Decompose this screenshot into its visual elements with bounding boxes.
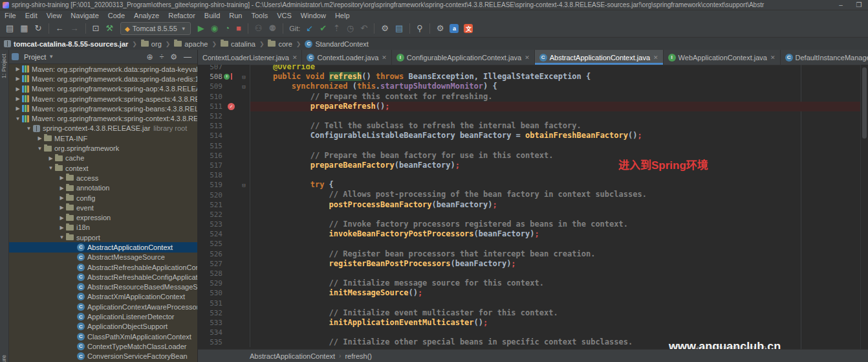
tree-item[interactable]: ▼context [9, 163, 197, 173]
breadcrumb-item[interactable]: apache [174, 40, 208, 48]
scrollbar-thumb[interactable] [862, 67, 867, 139]
breadcrumb-item[interactable]: tomcat-catalina-8.5.55-sources.jar [4, 40, 128, 48]
overrides-icon[interactable]: ↑ [222, 72, 239, 82]
tree-item[interactable]: ▼org.springframework [9, 143, 197, 153]
minimize-button[interactable]: – [832, 1, 850, 8]
editor-tab[interactable]: CDefaultInstanceManager.java✕ [781, 50, 868, 65]
line-number[interactable]: 520 [198, 191, 222, 199]
chevron-expanded-icon[interactable]: ▼ [25, 126, 33, 131]
line-number[interactable]: 526 [198, 250, 222, 258]
toolwindow-project-button[interactable]: 1: Project [1, 54, 7, 78]
code-line[interactable]: 528 [198, 269, 868, 278]
editor-scrollbar[interactable] [860, 65, 868, 350]
code-line[interactable]: 526 // Register bean processors that int… [198, 249, 868, 259]
save-icon[interactable]: ▦ [17, 23, 31, 34]
tree-item[interactable]: CAbstractRefreshableApplicationContext [9, 262, 197, 272]
code-line[interactable]: 513 // Tell the subclass to refresh the … [198, 121, 868, 131]
tree-item[interactable]: CAbstractMessageSource [9, 253, 197, 262]
breadcrumb-item[interactable]: AbstractApplicationContext [250, 352, 335, 360]
line-number[interactable]: 518 [198, 171, 222, 179]
tree-item[interactable]: ▶i18n [9, 223, 197, 232]
line-number[interactable]: 507 [198, 65, 222, 71]
tree-item[interactable]: ▶Maven: org.springframework:spring-aspec… [9, 94, 197, 104]
menu-item-tools[interactable]: Tools [246, 12, 272, 19]
tree-item[interactable]: CClassPathXmlApplicationContext [9, 332, 197, 341]
tree-item[interactable]: CAbstractXmlApplicationContext [9, 292, 197, 302]
code-line[interactable]: 523 // Invoke factory processors registe… [198, 220, 868, 229]
menu-item-help[interactable]: Help [331, 12, 354, 19]
breadcrumb-item[interactable]: CStandardContext [305, 40, 369, 48]
open-folder-icon[interactable]: ▤ [3, 23, 17, 34]
code-line[interactable]: 534 [198, 328, 868, 337]
editor-tab[interactable]: IConfigurableApplicationContext.java✕ [392, 50, 535, 65]
chevron-down-icon[interactable]: ▼ [49, 54, 54, 60]
back-icon[interactable]: ← [52, 23, 67, 34]
chevron-collapsed-icon[interactable]: ▶ [58, 175, 66, 181]
tree-item[interactable]: ▶annotation [9, 183, 197, 193]
code-line[interactable]: 530 initMessageSource(); [198, 288, 868, 298]
chevron-collapsed-icon[interactable]: ▶ [14, 76, 22, 82]
code-line[interactable]: 520 // Allows post-processing of the bea… [198, 190, 868, 199]
collapse-all-icon[interactable]: ÷ [157, 52, 168, 62]
tree-item[interactable]: ▶META-INF [9, 133, 197, 143]
run-window-icon[interactable]: ⊡ [89, 23, 103, 34]
coverage-icon[interactable]: ◔ [221, 23, 233, 34]
chevron-expanded-icon[interactable]: ▼ [58, 234, 66, 240]
close-tab-icon[interactable]: ✕ [382, 54, 387, 61]
fold-marker-icon[interactable]: ⊟ [239, 84, 248, 90]
code-line[interactable]: 525 [198, 239, 868, 249]
close-tab-icon[interactable]: ✕ [525, 54, 530, 61]
menu-item-view[interactable]: View [42, 12, 67, 19]
editor-tab[interactable]: ContextLoaderListener.java✕ [198, 50, 302, 65]
tree-item[interactable]: CConversionServiceFactoryBean [9, 352, 197, 361]
chevron-expanded-icon[interactable]: ▼ [14, 116, 22, 122]
settings-sync-icon[interactable]: ⚙ [433, 23, 448, 34]
tree-item[interactable]: CApplicationObjectSupport [9, 322, 197, 332]
run-icon[interactable]: ▶ [195, 23, 208, 34]
code-line[interactable]: 532 // Initialize event multicaster for … [198, 308, 868, 318]
line-number[interactable]: 512 [198, 112, 222, 120]
line-number[interactable]: 519 [198, 181, 222, 189]
tree-item[interactable]: ▶expression [9, 212, 197, 222]
code-line[interactable]: 514 ConfigurableListableBeanFactory bean… [198, 131, 868, 141]
breakpoint-icon[interactable]: ✓ [222, 102, 239, 111]
tree-item[interactable]: CAbstractResourceBasedMessageSource [9, 282, 197, 292]
close-tab-icon[interactable]: ✕ [770, 54, 776, 61]
menu-item-analyze[interactable]: Analyze [129, 12, 164, 19]
wrench-icon[interactable]: ⚙ [378, 23, 392, 34]
line-number[interactable]: 513 [198, 122, 222, 130]
code-line[interactable]: 508↑⊟ public void refresh() throws Beans… [198, 72, 868, 82]
run-configuration-select[interactable]: ◆Tomcat 8.5.55▼ [120, 22, 191, 35]
tree-item[interactable]: ▶event [9, 203, 197, 212]
chevron-collapsed-icon[interactable]: ▶ [14, 96, 22, 102]
line-number[interactable]: 530 [198, 289, 222, 297]
line-number[interactable]: 522 [198, 210, 222, 219]
tree-item[interactable]: ▶access [9, 173, 197, 183]
breadcrumb-item[interactable]: catalina [221, 40, 255, 48]
code-line[interactable]: 515 [198, 141, 868, 151]
line-number[interactable]: 510 [198, 93, 222, 101]
menu-item-run[interactable]: Run [224, 12, 246, 19]
tree-item[interactable]: ▶Maven: org.springframework:spring-aop:4… [9, 84, 197, 94]
vcs-update-icon[interactable]: ↙ [303, 23, 316, 34]
code-line[interactable]: 524 invokeBeanFactoryPostProcessors(bean… [198, 229, 868, 239]
overrides-icon[interactable]: ↑ [224, 74, 230, 80]
line-number[interactable]: 508 [198, 73, 222, 81]
hide-panel-icon[interactable]: — [180, 52, 195, 62]
translate-red-icon[interactable]: 文 [464, 24, 473, 33]
sync-icon[interactable]: ↻ [32, 23, 45, 34]
translate-blue-icon[interactable]: a [450, 24, 459, 33]
code-line[interactable]: 511✓ prepareRefresh(); [198, 102, 868, 111]
fold-marker-icon[interactable]: ⊟ [239, 182, 248, 188]
module-settings-icon[interactable]: ▤ [392, 23, 406, 34]
maximize-button[interactable]: ❐ [850, 1, 868, 8]
chevron-collapsed-icon[interactable]: ▶ [58, 195, 66, 201]
code-line[interactable]: 510 // Prepare this context for refreshi… [198, 92, 868, 102]
code-line[interactable]: 512 [198, 111, 868, 121]
line-number[interactable]: 516 [198, 152, 222, 160]
line-number[interactable]: 529 [198, 279, 222, 288]
toolwindow-structure-button[interactable]: 7: Structure [1, 355, 7, 362]
tree-item[interactable]: ▶Maven: org.springframework:spring-beans… [9, 104, 197, 113]
menu-item-edit[interactable]: Edit [21, 12, 42, 19]
stop-icon[interactable]: ■ [233, 23, 244, 34]
